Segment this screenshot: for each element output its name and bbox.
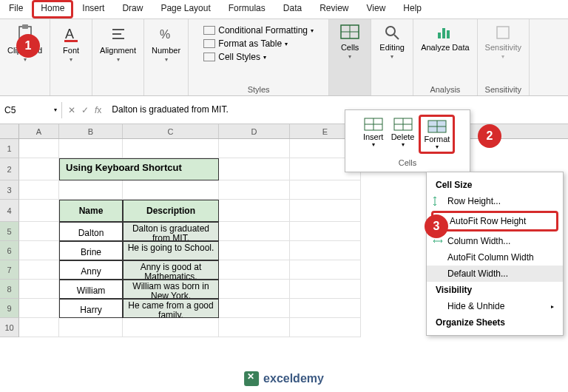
cell[interactable] bbox=[219, 222, 290, 241]
cell[interactable] bbox=[290, 241, 361, 260]
row-header[interactable]: 1 bbox=[0, 139, 19, 158]
format-as-table-button[interactable]: Format as Table ▾ bbox=[203, 38, 314, 49]
title-cell[interactable]: Using Keyboard Shortcut bbox=[59, 158, 219, 180]
menu-default-width[interactable]: Default Width... bbox=[427, 266, 563, 282]
cell[interactable] bbox=[290, 260, 361, 280]
watermark-icon bbox=[244, 371, 259, 386]
cell[interactable] bbox=[19, 158, 59, 180]
cells-button[interactable]: Cells ▾ bbox=[334, 22, 366, 61]
tab-insert[interactable]: Insert bbox=[73, 0, 113, 18]
cell[interactable] bbox=[290, 200, 361, 222]
cell[interactable] bbox=[123, 180, 219, 200]
table-cell-name[interactable]: Dalton bbox=[59, 222, 123, 241]
menu-autofit-row-height[interactable]: AutoFit Row Height bbox=[431, 211, 558, 232]
group-analysis: Analyze Data Analysis bbox=[413, 19, 477, 95]
table-cell-name[interactable]: William bbox=[59, 280, 123, 299]
col-header-c[interactable]: C bbox=[123, 124, 219, 138]
tab-home[interactable]: Home bbox=[32, 0, 73, 18]
col-header-a[interactable]: A bbox=[19, 124, 59, 138]
row-header[interactable]: 9 bbox=[0, 299, 19, 318]
cell[interactable] bbox=[219, 299, 290, 318]
row-header[interactable]: 5 bbox=[0, 222, 19, 241]
cell[interactable] bbox=[290, 318, 361, 337]
table-cell-desc[interactable]: He came from a good family. bbox=[123, 299, 219, 318]
cell[interactable] bbox=[290, 280, 361, 299]
table-header-desc[interactable]: Description bbox=[123, 200, 219, 222]
cell[interactable] bbox=[290, 180, 361, 200]
tab-pagelayout[interactable]: Page Layout bbox=[152, 0, 219, 18]
table-cell-desc[interactable]: Anny is good at Mathematics. bbox=[123, 260, 219, 280]
format-button[interactable]: Format▾ bbox=[419, 115, 455, 154]
tab-view[interactable]: View bbox=[358, 0, 395, 18]
cell[interactable] bbox=[19, 200, 59, 222]
sensitivity-button[interactable]: Sensitivity ▾ bbox=[482, 22, 525, 61]
enter-icon[interactable]: ✓ bbox=[81, 105, 89, 115]
cell[interactable] bbox=[219, 200, 290, 222]
row-header[interactable]: 8 bbox=[0, 280, 19, 299]
cell[interactable] bbox=[219, 180, 290, 200]
insert-button[interactable]: Insert▾ bbox=[360, 115, 387, 154]
row-header[interactable]: 6 bbox=[0, 241, 19, 260]
menu-hide-unhide[interactable]: Hide & Unhide▸ bbox=[427, 298, 563, 314]
cell[interactable] bbox=[19, 318, 59, 337]
cell[interactable] bbox=[59, 139, 123, 158]
row-header[interactable]: 7 bbox=[0, 260, 19, 280]
cell[interactable] bbox=[59, 318, 123, 337]
row-header[interactable]: 2 bbox=[0, 158, 19, 180]
alignment-button[interactable]: Alignment ▾ bbox=[97, 22, 139, 64]
tab-data[interactable]: Data bbox=[274, 0, 311, 18]
cell[interactable] bbox=[219, 158, 290, 180]
cell[interactable] bbox=[19, 299, 59, 318]
cell[interactable] bbox=[219, 139, 290, 158]
table-cell-desc[interactable]: He is going to School. bbox=[123, 241, 219, 260]
table-cell-desc[interactable]: William was born in New York. bbox=[123, 280, 219, 299]
analysis-group-label: Analysis bbox=[430, 84, 460, 94]
tab-draw[interactable]: Draw bbox=[113, 0, 152, 18]
table-header-name[interactable]: Name bbox=[59, 200, 123, 222]
row-header[interactable]: 4 bbox=[0, 200, 19, 222]
cell[interactable] bbox=[290, 222, 361, 241]
font-button[interactable]: A Font ▾ bbox=[55, 22, 87, 64]
cell[interactable] bbox=[219, 241, 290, 260]
select-all-corner[interactable] bbox=[0, 124, 19, 138]
cell[interactable] bbox=[290, 299, 361, 318]
table-cell-desc[interactable]: Dalton is graduated from MIT. bbox=[123, 222, 219, 241]
menu-row-height[interactable]: Row Height... bbox=[427, 193, 563, 209]
number-button[interactable]: % Number ▾ bbox=[149, 22, 183, 64]
editing-button[interactable]: Editing ▾ bbox=[376, 22, 408, 61]
row-header[interactable]: 3 bbox=[0, 180, 19, 200]
conditional-formatting-button[interactable]: Conditional Formatting ▾ bbox=[203, 25, 314, 36]
cell[interactable] bbox=[123, 139, 219, 158]
cell[interactable] bbox=[19, 222, 59, 241]
cell[interactable] bbox=[19, 180, 59, 200]
cell[interactable] bbox=[19, 241, 59, 260]
cell-styles-button[interactable]: Cell Styles ▾ bbox=[203, 52, 314, 62]
cancel-icon[interactable]: ✕ bbox=[68, 105, 75, 115]
menu-autofit-column-width[interactable]: AutoFit Column Width bbox=[427, 249, 563, 266]
tab-review[interactable]: Review bbox=[311, 0, 357, 18]
tab-formulas[interactable]: Formulas bbox=[220, 0, 274, 18]
chevron-right-icon: ▸ bbox=[551, 303, 554, 310]
table-cell-name[interactable]: Anny bbox=[59, 260, 123, 280]
col-header-b[interactable]: B bbox=[59, 124, 123, 138]
cell[interactable] bbox=[123, 318, 219, 337]
table-cell-name[interactable]: Brine bbox=[59, 241, 123, 260]
row-header[interactable]: 10 bbox=[0, 318, 19, 337]
table-cell-name[interactable]: Harry bbox=[59, 299, 123, 318]
menu-column-width[interactable]: Column Width... bbox=[427, 233, 563, 249]
name-box[interactable]: C5▾ bbox=[0, 102, 62, 118]
delete-button[interactable]: Delete▾ bbox=[388, 115, 418, 154]
cell[interactable] bbox=[59, 180, 123, 200]
fx-icon[interactable]: fx bbox=[95, 105, 101, 115]
cell[interactable] bbox=[219, 280, 290, 299]
col-header-d[interactable]: D bbox=[219, 124, 290, 138]
analyze-button[interactable]: Analyze Data bbox=[418, 22, 472, 53]
cell[interactable] bbox=[219, 318, 290, 337]
cell[interactable] bbox=[19, 139, 59, 158]
formula-text[interactable]: Dalton is graduated from MIT. bbox=[107, 103, 232, 116]
cell[interactable] bbox=[19, 260, 59, 280]
tab-help[interactable]: Help bbox=[394, 0, 430, 18]
tab-file[interactable]: File bbox=[0, 0, 32, 18]
cell[interactable] bbox=[219, 260, 290, 280]
cell[interactable] bbox=[19, 280, 59, 299]
